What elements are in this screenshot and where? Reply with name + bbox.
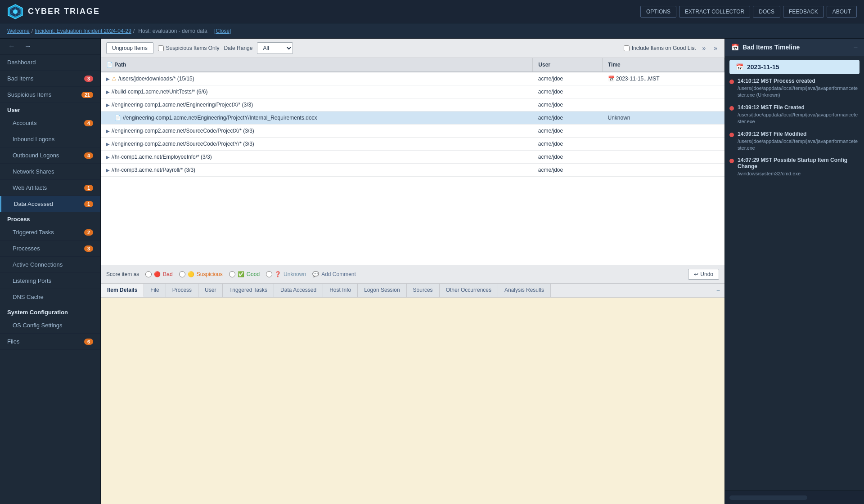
tab-data-accessed[interactable]: Data Accessed	[274, 284, 323, 297]
score-suspicious-option[interactable]: 🟡 Suspicious	[179, 271, 223, 277]
expand-row-button[interactable]: ▶	[106, 89, 110, 94]
tab-analysis-results[interactable]: Analysis Results	[498, 284, 551, 297]
sidebar-item-inbound-logons[interactable]: Inbound Logons	[0, 131, 100, 147]
row-path-text: //engineering-comp2.acme.net/SourceCode/…	[112, 128, 254, 134]
row-time-cell	[603, 85, 724, 98]
timeline-dot	[729, 106, 734, 111]
back-button[interactable]: ←	[5, 41, 18, 51]
breadcrumb-sep3	[211, 28, 212, 34]
expand-row-button[interactable]: ▶	[106, 76, 110, 81]
data-accessed-badge: 1	[84, 201, 93, 207]
col-user: User	[533, 58, 603, 72]
tab-sources[interactable]: Sources	[407, 284, 440, 297]
data-table-container[interactable]: 📄 Path User Time ▶⚠/users/jdoe/downloads…	[101, 58, 724, 265]
row-path-cell: ▶//build-comp1.acme.net/UnitTests/* (6/6…	[101, 85, 533, 98]
tab-file[interactable]: File	[144, 284, 166, 297]
row-user-cell: acme/jdoe	[533, 138, 603, 151]
docs-button[interactable]: DOCS	[753, 6, 780, 18]
expand-toolbar-button[interactable]: »	[700, 43, 707, 54]
timeline-item: 14:09:12 MST File Modified/users/jdoe/ap…	[729, 131, 860, 152]
sidebar-item-active-connections[interactable]: Active Connections	[0, 257, 100, 273]
include-good-list-label[interactable]: Include Items on Good List	[624, 45, 696, 51]
score-unknown-radio[interactable]	[266, 271, 272, 277]
timeline-items: 14:10:12 MST Process created/users/jdoe/…	[725, 76, 864, 491]
tab-item-details[interactable]: Item Details	[101, 284, 144, 297]
timeline-scrollbar[interactable]	[729, 495, 807, 500]
sidebar-item-listening-ports[interactable]: Listening Ports	[0, 273, 100, 289]
suspicious-only-checkbox[interactable]	[158, 45, 164, 51]
content-area: Ungroup Items Suspicious Items Only Date…	[101, 39, 724, 504]
tab-triggered-tasks[interactable]: Triggered Tasks	[223, 284, 274, 297]
sidebar-item-accounts[interactable]: Accounts 4	[0, 115, 100, 131]
sidebar-item-os-config-settings[interactable]: OS Config Settings	[0, 317, 100, 334]
score-add-comment-option[interactable]: 💬 Add Comment	[312, 271, 356, 277]
score-unknown-option[interactable]: ❓ Unknown	[266, 271, 306, 277]
ungroup-items-button[interactable]: Ungroup Items	[106, 42, 153, 54]
forward-button[interactable]: →	[22, 41, 34, 51]
sidebar-item-dashboard[interactable]: Dashboard	[0, 54, 100, 71]
timeline-path: /users/jdoe/appdata/local/temp/java/java…	[738, 112, 860, 125]
sidebar-item-web-artifacts[interactable]: Web Artifacts 1	[0, 180, 100, 196]
breadcrumb-close[interactable]: [Close]	[214, 28, 231, 34]
right-panel-minimize-button[interactable]: −	[854, 43, 858, 51]
row-path-cell: ▶//hr-comp3.acme.net/Payroll/* (3/3)	[101, 164, 533, 177]
options-button[interactable]: OPTIONS	[640, 6, 676, 18]
score-bad-option[interactable]: 🔴 Bad	[145, 271, 172, 277]
table-row[interactable]: ▶//engineering-comp2.acme.net/SourceCode…	[101, 125, 724, 138]
about-button[interactable]: ABOUT	[827, 6, 857, 18]
expand-row-button[interactable]: ▶	[106, 155, 110, 160]
tab-user[interactable]: User	[198, 284, 223, 297]
score-good-option[interactable]: ✅ Good	[229, 271, 260, 277]
tab-logon-session[interactable]: Logon Session	[358, 284, 406, 297]
score-bad-radio[interactable]	[145, 271, 152, 277]
expand-row-button[interactable]: ▶	[106, 103, 110, 107]
timeline-dot	[729, 159, 734, 163]
row-user-cell: acme/jdoe	[533, 164, 603, 177]
collapse-toolbar-button[interactable]: »	[712, 43, 719, 54]
sidebar-item-processes[interactable]: Processes 3	[0, 241, 100, 257]
score-good-radio[interactable]	[229, 271, 235, 277]
table-row[interactable]: 📄//engineering-comp1.acme.net/Engineerin…	[101, 112, 724, 125]
breadcrumb-incident[interactable]: Incident: Evaluation Incident 2024-04-29	[35, 28, 131, 34]
feedback-button[interactable]: FEEDBACK	[783, 6, 824, 18]
sidebar-item-data-accessed[interactable]: Data Accessed 1	[0, 196, 100, 212]
suspicious-only-checkbox-label[interactable]: Suspicious Items Only	[158, 45, 220, 51]
table-row[interactable]: ▶⚠/users/jdoe/downloads/* (15/15)acme/jd…	[101, 72, 724, 85]
tab-other-occurrences[interactable]: Other Occurrences	[440, 284, 498, 297]
breadcrumb-welcome[interactable]: Welcome	[7, 28, 30, 34]
table-row[interactable]: ▶//hr-comp3.acme.net/Payroll/* (3/3)acme…	[101, 164, 724, 177]
include-good-list-checkbox[interactable]	[624, 45, 630, 51]
detail-close-button[interactable]: −	[712, 284, 724, 297]
sidebar-item-suspicious-items[interactable]: Suspicious Items 21	[0, 87, 100, 103]
sidebar-item-bad-items[interactable]: Bad Items 3	[0, 71, 100, 87]
table-row[interactable]: ▶//hr-comp1.acme.net/EmployeeInfo/* (3/3…	[101, 151, 724, 164]
breadcrumb: Welcome / Incident: Evaluation Incident …	[0, 23, 864, 39]
table-row[interactable]: ▶//engineering-comp1.acme.net/Engineerin…	[101, 98, 724, 112]
row-path-text: //build-comp1.acme.net/UnitTests/* (6/6)	[112, 89, 207, 95]
tab-host-info[interactable]: Host Info	[323, 284, 358, 297]
sidebar-item-network-shares[interactable]: Network Shares	[0, 164, 100, 180]
extract-collector-button[interactable]: EXTRACT COLLECTOR	[679, 6, 750, 18]
table-row[interactable]: ▶//build-comp1.acme.net/UnitTests/* (6/6…	[101, 85, 724, 98]
tab-process[interactable]: Process	[166, 284, 198, 297]
expand-row-button[interactable]: ▶	[106, 129, 110, 134]
sidebar-item-files[interactable]: Files 6	[0, 334, 100, 350]
sidebar-item-triggered-tasks[interactable]: Triggered Tasks 2	[0, 224, 100, 241]
undo-button[interactable]: ↩ Undo	[688, 269, 719, 280]
expand-row-button[interactable]: ▶	[106, 142, 110, 147]
row-path-cell: ▶//engineering-comp2.acme.net/SourceCode…	[101, 125, 533, 138]
time-calendar-icon: 📅	[608, 76, 616, 82]
score-suspicious-radio[interactable]	[179, 271, 185, 277]
table-row[interactable]: ▶//engineering-comp2.acme.net/SourceCode…	[101, 138, 724, 151]
timeline-dot	[729, 80, 734, 84]
row-path-text: //hr-comp1.acme.net/EmployeeInfo/* (3/3)	[112, 154, 212, 160]
warning-icon: ⚠	[112, 76, 117, 82]
right-panel-header: 📅 Bad Items Timeline −	[725, 39, 864, 56]
sidebar-item-dns-cache[interactable]: DNS Cache	[0, 289, 100, 305]
date-range-label: Date Range	[224, 45, 252, 51]
expand-row-button[interactable]: ▶	[106, 168, 110, 173]
date-range-select[interactable]: All	[257, 42, 293, 54]
unknown-icon: ❓	[274, 271, 281, 277]
right-panel: 📅 Bad Items Timeline − 📅 2023-11-15 14:1…	[724, 39, 864, 504]
sidebar-item-outbound-logons[interactable]: Outbound Logons 4	[0, 147, 100, 164]
